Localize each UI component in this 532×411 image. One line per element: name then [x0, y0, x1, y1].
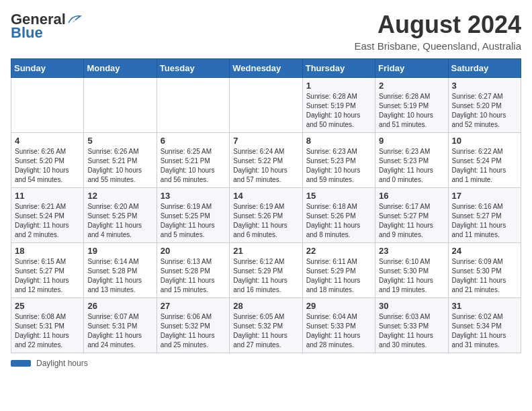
day-number: 18: [15, 246, 80, 256]
day-info: Sunrise: 6:06 AM Sunset: 5:32 PM Dayligh…: [161, 312, 226, 350]
day-number: 5: [87, 136, 152, 146]
day-info: Sunrise: 6:23 AM Sunset: 5:23 PM Dayligh…: [379, 147, 444, 185]
day-number: 27: [161, 301, 226, 311]
calendar-cell: 4Sunrise: 6:26 AM Sunset: 5:20 PM Daylig…: [11, 133, 84, 188]
day-info: Sunrise: 6:09 AM Sunset: 5:30 PM Dayligh…: [452, 257, 517, 295]
weekday-header-tuesday: Tuesday: [157, 59, 229, 78]
calendar-cell: 9Sunrise: 6:23 AM Sunset: 5:23 PM Daylig…: [375, 133, 448, 188]
day-number: 19: [87, 246, 152, 256]
weekday-header-friday: Friday: [375, 59, 448, 78]
calendar-cell: 25Sunrise: 6:08 AM Sunset: 5:31 PM Dayli…: [11, 298, 84, 353]
day-number: 3: [452, 81, 517, 91]
day-info: Sunrise: 6:05 AM Sunset: 5:32 PM Dayligh…: [233, 312, 298, 350]
calendar-cell: 22Sunrise: 6:11 AM Sunset: 5:29 PM Dayli…: [302, 243, 375, 298]
day-number: 17: [452, 191, 517, 201]
day-number: 10: [452, 136, 517, 146]
day-info: Sunrise: 6:03 AM Sunset: 5:33 PM Dayligh…: [379, 312, 444, 350]
calendar-cell: 15Sunrise: 6:18 AM Sunset: 5:26 PM Dayli…: [302, 188, 375, 243]
calendar-cell: 18Sunrise: 6:15 AM Sunset: 5:27 PM Dayli…: [11, 243, 84, 298]
calendar-week-1: 1Sunrise: 6:28 AM Sunset: 5:19 PM Daylig…: [11, 78, 521, 133]
calendar-cell: 26Sunrise: 6:07 AM Sunset: 5:31 PM Dayli…: [84, 298, 157, 353]
weekday-header-monday: Monday: [84, 59, 157, 78]
day-number: 8: [306, 136, 371, 146]
day-number: 16: [379, 191, 444, 201]
calendar-header-row: SundayMondayTuesdayWednesdayThursdayFrid…: [11, 59, 521, 78]
calendar-week-3: 11Sunrise: 6:21 AM Sunset: 5:24 PM Dayli…: [11, 188, 521, 243]
day-number: 2: [379, 81, 444, 91]
logo-blue: Blue: [11, 24, 43, 42]
day-number: 26: [87, 301, 152, 311]
day-number: 28: [233, 301, 298, 311]
day-number: 23: [379, 246, 444, 256]
day-info: Sunrise: 6:21 AM Sunset: 5:24 PM Dayligh…: [15, 202, 80, 240]
day-info: Sunrise: 6:20 AM Sunset: 5:25 PM Dayligh…: [87, 202, 152, 240]
calendar-cell: [11, 78, 84, 133]
day-info: Sunrise: 6:16 AM Sunset: 5:27 PM Dayligh…: [452, 202, 517, 240]
day-info: Sunrise: 6:14 AM Sunset: 5:28 PM Dayligh…: [87, 257, 152, 295]
weekday-header-wednesday: Wednesday: [230, 59, 302, 78]
day-info: Sunrise: 6:26 AM Sunset: 5:20 PM Dayligh…: [15, 147, 80, 185]
calendar-cell: 13Sunrise: 6:19 AM Sunset: 5:25 PM Dayli…: [157, 188, 229, 243]
day-info: Sunrise: 6:23 AM Sunset: 5:23 PM Dayligh…: [306, 147, 371, 185]
calendar-table: SundayMondayTuesdayWednesdayThursdayFrid…: [11, 58, 521, 353]
day-number: 12: [87, 191, 152, 201]
day-number: 15: [306, 191, 371, 201]
calendar-cell: [230, 78, 302, 133]
calendar-week-2: 4Sunrise: 6:26 AM Sunset: 5:20 PM Daylig…: [11, 133, 521, 188]
day-number: 4: [15, 136, 80, 146]
daylight-label: Daylight hours: [36, 359, 88, 368]
calendar-cell: 10Sunrise: 6:22 AM Sunset: 5:24 PM Dayli…: [448, 133, 521, 188]
day-info: Sunrise: 6:08 AM Sunset: 5:31 PM Dayligh…: [15, 312, 80, 350]
calendar-cell: 2Sunrise: 6:28 AM Sunset: 5:19 PM Daylig…: [375, 78, 448, 133]
day-info: Sunrise: 6:28 AM Sunset: 5:19 PM Dayligh…: [306, 92, 371, 130]
calendar-week-5: 25Sunrise: 6:08 AM Sunset: 5:31 PM Dayli…: [11, 298, 521, 353]
calendar-cell: [157, 78, 229, 133]
footer: Daylight hours: [11, 359, 521, 368]
day-number: 6: [161, 136, 226, 146]
calendar-cell: 3Sunrise: 6:27 AM Sunset: 5:20 PM Daylig…: [448, 78, 521, 133]
daylight-bar-icon: [11, 360, 31, 367]
calendar-cell: 20Sunrise: 6:13 AM Sunset: 5:28 PM Dayli…: [157, 243, 229, 298]
day-number: 24: [452, 246, 517, 256]
calendar-cell: 23Sunrise: 6:10 AM Sunset: 5:30 PM Dayli…: [375, 243, 448, 298]
calendar-cell: 21Sunrise: 6:12 AM Sunset: 5:29 PM Dayli…: [230, 243, 302, 298]
day-info: Sunrise: 6:02 AM Sunset: 5:34 PM Dayligh…: [452, 312, 517, 350]
logo-bird-icon: [67, 13, 82, 26]
day-info: Sunrise: 6:26 AM Sunset: 5:21 PM Dayligh…: [87, 147, 152, 185]
weekday-header-thursday: Thursday: [302, 59, 375, 78]
day-info: Sunrise: 6:10 AM Sunset: 5:30 PM Dayligh…: [379, 257, 444, 295]
day-number: 1: [306, 81, 371, 91]
calendar-cell: 19Sunrise: 6:14 AM Sunset: 5:28 PM Dayli…: [84, 243, 157, 298]
calendar-cell: 11Sunrise: 6:21 AM Sunset: 5:24 PM Dayli…: [11, 188, 84, 243]
day-number: 29: [306, 301, 371, 311]
calendar-cell: [84, 78, 157, 133]
logo: General Blue: [11, 11, 82, 42]
calendar-cell: 27Sunrise: 6:06 AM Sunset: 5:32 PM Dayli…: [157, 298, 229, 353]
day-info: Sunrise: 6:04 AM Sunset: 5:33 PM Dayligh…: [306, 312, 371, 350]
day-info: Sunrise: 6:15 AM Sunset: 5:27 PM Dayligh…: [15, 257, 80, 295]
calendar-cell: 14Sunrise: 6:19 AM Sunset: 5:26 PM Dayli…: [230, 188, 302, 243]
calendar-cell: 6Sunrise: 6:25 AM Sunset: 5:21 PM Daylig…: [157, 133, 229, 188]
day-info: Sunrise: 6:24 AM Sunset: 5:22 PM Dayligh…: [233, 147, 298, 185]
calendar-week-4: 18Sunrise: 6:15 AM Sunset: 5:27 PM Dayli…: [11, 243, 521, 298]
day-info: Sunrise: 6:22 AM Sunset: 5:24 PM Dayligh…: [452, 147, 517, 185]
day-number: 31: [452, 301, 517, 311]
day-info: Sunrise: 6:18 AM Sunset: 5:26 PM Dayligh…: [306, 202, 371, 240]
calendar-cell: 30Sunrise: 6:03 AM Sunset: 5:33 PM Dayli…: [375, 298, 448, 353]
calendar-cell: 7Sunrise: 6:24 AM Sunset: 5:22 PM Daylig…: [230, 133, 302, 188]
calendar-cell: 12Sunrise: 6:20 AM Sunset: 5:25 PM Dayli…: [84, 188, 157, 243]
calendar-cell: 31Sunrise: 6:02 AM Sunset: 5:34 PM Dayli…: [448, 298, 521, 353]
day-number: 7: [233, 136, 298, 146]
day-info: Sunrise: 6:19 AM Sunset: 5:26 PM Dayligh…: [233, 202, 298, 240]
day-number: 9: [379, 136, 444, 146]
month-year-title: August 2024: [355, 11, 521, 39]
day-info: Sunrise: 6:07 AM Sunset: 5:31 PM Dayligh…: [87, 312, 152, 350]
day-number: 21: [233, 246, 298, 256]
day-number: 22: [306, 246, 371, 256]
day-number: 11: [15, 191, 80, 201]
calendar-cell: 28Sunrise: 6:05 AM Sunset: 5:32 PM Dayli…: [230, 298, 302, 353]
day-info: Sunrise: 6:11 AM Sunset: 5:29 PM Dayligh…: [306, 257, 371, 295]
day-number: 14: [233, 191, 298, 201]
day-info: Sunrise: 6:25 AM Sunset: 5:21 PM Dayligh…: [161, 147, 226, 185]
calendar-cell: 24Sunrise: 6:09 AM Sunset: 5:30 PM Dayli…: [448, 243, 521, 298]
